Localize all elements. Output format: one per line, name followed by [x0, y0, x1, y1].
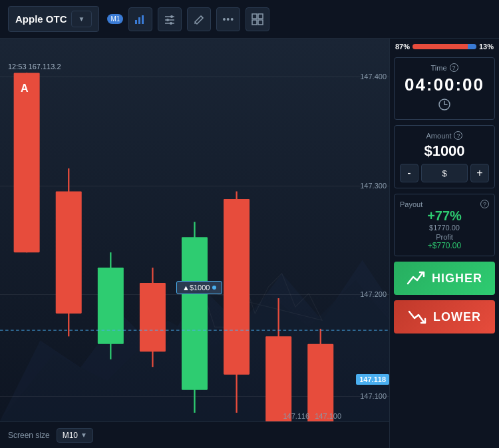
right-panel: 87% 13% Time ? 04:00:00 — [389, 39, 499, 448]
top-bar: Apple OTC ▼ M1 ••• — [0, 0, 499, 39]
asset-name: Apple OTC — [15, 13, 67, 25]
settings-btn[interactable] — [158, 7, 182, 31]
amount-controls: - $ + — [400, 164, 489, 182]
svg-rect-0 — [135, 20, 137, 24]
screen-size-label: Screen size — [8, 431, 50, 440]
screen-size-selector[interactable]: M10 ▼ — [57, 428, 93, 443]
higher-button[interactable]: HIGHER — [394, 262, 495, 295]
current-price-value: 147.118 — [359, 375, 386, 383]
lower-button[interactable]: LOWER — [394, 300, 495, 334]
lower-label: LOWER — [433, 310, 481, 324]
svg-rect-10 — [258, 14, 263, 19]
payout-info-icon[interactable]: ? — [480, 200, 489, 208]
payout-amount: $1770.00 — [400, 224, 489, 232]
amount-display: $1000 — [400, 142, 489, 160]
svg-rect-9 — [252, 14, 257, 19]
sliders-icon — [164, 13, 176, 25]
svg-rect-22 — [98, 268, 124, 344]
candlestick-chart: A — [0, 39, 389, 448]
payout-profit-value: +$770.00 — [400, 241, 489, 250]
svg-rect-12 — [258, 20, 263, 25]
payout-percentage: +77% — [400, 208, 489, 224]
layout-btn[interactable] — [246, 7, 269, 31]
draw-btn[interactable] — [187, 7, 211, 31]
trade-dot — [212, 286, 216, 290]
asset-arrow: ▼ — [71, 11, 92, 27]
svg-rect-26 — [182, 237, 208, 389]
time-info-icon[interactable]: ? — [450, 63, 458, 72]
chart-area[interactable]: 12:53 167.113.2 147.400 147.300 147.200 … — [0, 39, 389, 448]
layout-icon — [251, 13, 263, 25]
progress-bar-area: 87% 13% — [390, 39, 499, 55]
trade-marker: ▲$1000 — [176, 281, 222, 294]
payout-section: Payout ? +77% $1770.00 Profit +$770.00 — [394, 194, 495, 256]
payout-title: Payout — [400, 200, 422, 208]
current-price-tag: 147.118 — [356, 374, 389, 385]
amount-plus-btn[interactable]: + — [470, 164, 489, 182]
trade-marker-text: ▲$1000 — [182, 284, 210, 292]
higher-label: HIGHER — [432, 272, 482, 286]
timeframe-badge[interactable]: M1 — [107, 14, 123, 24]
progress-right-pct: 13% — [479, 43, 494, 51]
svg-point-8 — [170, 22, 172, 25]
svg-text:A: A — [21, 82, 29, 94]
pencil-icon — [193, 13, 205, 25]
svg-rect-2 — [142, 15, 144, 24]
svg-rect-11 — [252, 20, 257, 25]
more-icon: ••• — [222, 14, 234, 25]
bottom-prices: 147.116 147.100 — [283, 412, 341, 420]
svg-point-6 — [166, 19, 169, 21]
payout-row: Payout ? — [400, 200, 489, 208]
svg-rect-24 — [140, 283, 166, 351]
lower-icon — [408, 308, 426, 326]
more-btn[interactable]: ••• — [216, 7, 240, 31]
time-label: Time — [430, 64, 446, 72]
amount-label: Amount — [426, 132, 452, 140]
svg-rect-17 — [14, 73, 40, 253]
amount-section-title: Amount ? — [400, 131, 489, 140]
screen-size-arrow: ▼ — [81, 431, 87, 439]
asset-selector[interactable]: Apple OTC ▼ — [8, 6, 99, 32]
higher-icon — [407, 269, 425, 288]
amount-info-icon[interactable]: ? — [454, 131, 462, 140]
svg-point-4 — [170, 15, 173, 18]
payout-profit-label: Profit — [400, 233, 489, 241]
bottom-price-2: 147.100 — [315, 412, 341, 420]
bar-chart-icon — [134, 13, 146, 25]
progress-bar — [413, 44, 476, 49]
bottom-bar: Screen size M10 ▼ — [0, 421, 389, 448]
time-section-title: Time ? — [400, 63, 489, 72]
time-display[interactable]: 04:00:00 — [400, 75, 489, 95]
progress-fill-left — [413, 44, 468, 49]
chart-type-btn[interactable] — [128, 7, 152, 31]
time-section: Time ? 04:00:00 — [394, 57, 495, 120]
svg-rect-1 — [138, 17, 140, 24]
main-layout: 12:53 167.113.2 147.400 147.300 147.200 … — [0, 39, 499, 448]
amount-minus-btn[interactable]: - — [400, 164, 418, 182]
progress-fill-right — [468, 44, 476, 49]
svg-rect-20 — [56, 191, 82, 314]
progress-left-pct: 87% — [395, 43, 410, 51]
bottom-price-1: 147.116 — [283, 412, 309, 420]
clock-icon — [400, 98, 489, 114]
screen-size-value: M10 — [63, 431, 78, 440]
svg-rect-28 — [224, 199, 250, 375]
currency-btn[interactable]: $ — [421, 164, 468, 182]
amount-section: Amount ? $1000 - $ + — [394, 125, 495, 188]
